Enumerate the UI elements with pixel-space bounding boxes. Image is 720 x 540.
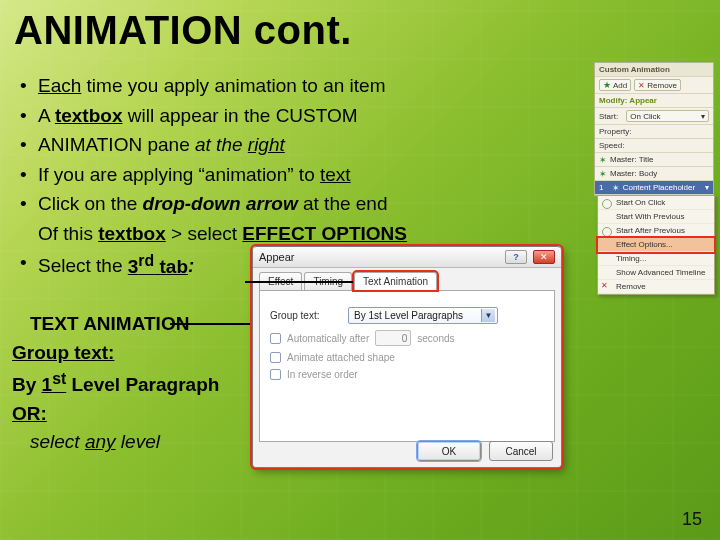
start-select[interactable]: On Click▾ bbox=[626, 110, 709, 122]
dialog-titlebar: Appear ? ✕ bbox=[253, 246, 561, 268]
animate-shape-label: Animate attached shape bbox=[287, 352, 395, 363]
dialog-actions: OK Cancel bbox=[417, 441, 553, 461]
bullet-item: •If you are applying “animation” to text bbox=[20, 161, 540, 189]
sub-instructions: TEXT ANIMATION Group text: By 1st Level … bbox=[12, 310, 219, 457]
chevron-down-icon: ▾ bbox=[701, 112, 705, 121]
reverse-order-checkbox[interactable] bbox=[270, 369, 281, 380]
slide-title: ANIMATION cont. bbox=[14, 8, 352, 53]
context-menu: Start On Click Start With Previous Start… bbox=[597, 195, 715, 295]
star-icon: ★ bbox=[603, 81, 611, 89]
dialog-tabs: Effect Timing Text Animation bbox=[253, 268, 561, 290]
slide: { "title": "ANIMATION cont.", "bullets":… bbox=[0, 0, 720, 540]
add-effect-button[interactable]: ★Add bbox=[599, 79, 631, 91]
page-number: 15 bbox=[682, 509, 702, 530]
bullet-text: Of this textbox > select EFFECT OPTIONS bbox=[38, 220, 540, 248]
menu-remove[interactable]: Remove bbox=[598, 280, 714, 294]
animate-shape-checkbox[interactable] bbox=[270, 352, 281, 363]
bullet-text: A textbox will appear in the CUSTOM bbox=[38, 102, 540, 130]
start-row: Start: On Click▾ bbox=[595, 108, 713, 125]
x-icon: ✕ bbox=[638, 81, 645, 90]
bullet-item: •A textbox will appear in the CUSTOM bbox=[20, 102, 540, 130]
speed-row: Speed: bbox=[595, 139, 713, 153]
property-row: Property: bbox=[595, 125, 713, 139]
appear-dialog: Appear ? ✕ Effect Timing Text Animation … bbox=[252, 246, 562, 468]
menu-show-advanced-timeline[interactable]: Show Advanced Timeline bbox=[598, 266, 714, 280]
or-label: OR: bbox=[12, 403, 47, 424]
ok-button[interactable]: OK bbox=[417, 441, 481, 461]
custom-animation-pane: Custom Animation ★Add ✕Remove Modify: Ap… bbox=[594, 62, 714, 196]
pane-header: Custom Animation bbox=[595, 63, 713, 77]
reverse-order-field: In reverse order bbox=[270, 369, 544, 380]
anim-item-selected[interactable]: 1 ✶Content Placeholder▾ bbox=[595, 181, 713, 195]
menu-start-with-previous[interactable]: Start With Previous bbox=[598, 210, 714, 224]
select-value: By 1st Level Paragraphs bbox=[354, 310, 463, 321]
bullet-text: Each time you apply animation to an item bbox=[38, 75, 385, 96]
anim-item[interactable]: ✶Master: Title bbox=[595, 153, 713, 167]
bullet-text: Click on the drop-down arrow at the end bbox=[38, 190, 540, 218]
auto-after-label: Automatically after bbox=[287, 333, 369, 344]
seconds-label: seconds bbox=[417, 333, 454, 344]
auto-after-checkbox[interactable] bbox=[270, 333, 281, 344]
auto-after-value[interactable]: 0 bbox=[375, 330, 411, 346]
bullet-text: ANIMATION pane at the right bbox=[38, 131, 540, 159]
menu-effect-options[interactable]: Effect Options... bbox=[598, 238, 714, 252]
bullet-item: Of this textbox > select EFFECT OPTIONS bbox=[20, 220, 540, 248]
group-text-field: Group text: By 1st Level Paragraphs ▼ bbox=[270, 307, 544, 324]
arrow-line bbox=[170, 323, 254, 325]
menu-timing[interactable]: Timing... bbox=[598, 252, 714, 266]
star-icon: ✶ bbox=[599, 156, 607, 164]
group-text-label: Group text: bbox=[12, 342, 114, 363]
chevron-down-icon: ▼ bbox=[481, 309, 495, 322]
star-icon: ✶ bbox=[612, 184, 620, 192]
dialog-title: Appear bbox=[259, 251, 499, 263]
menu-start-on-click[interactable]: Start On Click bbox=[598, 196, 714, 210]
animate-shape-field: Animate attached shape bbox=[270, 352, 544, 363]
bullet-item: •Click on the drop-down arrow at the end bbox=[20, 190, 540, 218]
menu-start-after-previous[interactable]: Start After Previous bbox=[598, 224, 714, 238]
group-text-label: Group text: bbox=[270, 310, 342, 321]
reverse-order-label: In reverse order bbox=[287, 369, 358, 380]
pane-toolbar: ★Add ✕Remove bbox=[595, 77, 713, 94]
auto-after-field: Automatically after 0 seconds bbox=[270, 330, 544, 346]
tab-text-animation[interactable]: Text Animation bbox=[354, 272, 437, 290]
star-icon: ✶ bbox=[599, 170, 607, 178]
modify-label: Modify: Appear bbox=[595, 94, 713, 108]
tab-panel: Group text: By 1st Level Paragraphs ▼ Au… bbox=[259, 290, 555, 442]
group-text-value: By 1st Level Paragraph bbox=[12, 367, 219, 400]
cancel-button[interactable]: Cancel bbox=[489, 441, 553, 461]
help-button[interactable]: ? bbox=[505, 250, 527, 264]
bullet-text: If you are applying “animation” to text bbox=[38, 161, 540, 189]
bullet-item: •ANIMATION pane at the right bbox=[20, 131, 540, 159]
any-level-text: select any level bbox=[30, 431, 160, 452]
anim-item[interactable]: ✶Master: Body bbox=[595, 167, 713, 181]
chevron-down-icon: ▾ bbox=[705, 183, 709, 192]
remove-effect-button[interactable]: ✕Remove bbox=[634, 79, 681, 91]
close-button[interactable]: ✕ bbox=[533, 250, 555, 264]
group-text-select[interactable]: By 1st Level Paragraphs ▼ bbox=[348, 307, 498, 324]
arrow-line bbox=[245, 281, 353, 283]
bullet-item: •Each time you apply animation to an ite… bbox=[20, 72, 540, 100]
